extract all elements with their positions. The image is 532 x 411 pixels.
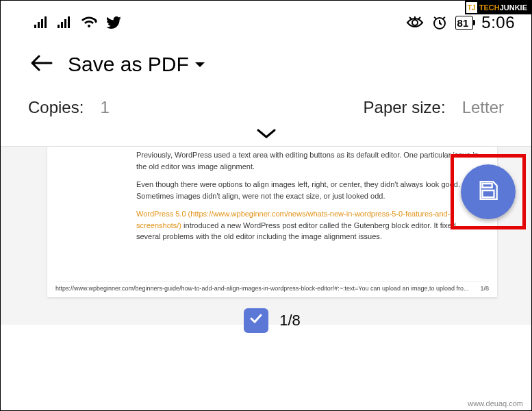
preview-text: WordPress 5.0 (https://www.wpbeginner.co… [136,208,482,242]
preview-footer-page: 1/8 [474,284,489,294]
watermark-junkie: JUNKIE [500,3,527,12]
page-preview[interactable]: Previously, WordPress used a text area w… [47,147,497,297]
page-counter: 1/8 [279,312,301,329]
clock-time: 5:06 [481,13,515,32]
battery-indicator: 81 [455,16,474,30]
save-icon [477,179,500,205]
signal-icon-2 [57,16,72,29]
eye-icon [406,16,424,29]
bottom-watermark: www.deuaq.com [468,399,523,408]
alarm-icon [432,15,447,30]
back-icon[interactable] [29,53,53,75]
preview-footer-url: https://www.wpbeginner.com/beginners-gui… [55,284,469,294]
watermark-tech: TECH [479,3,500,12]
preview-text: Even though there were options to align … [136,179,482,201]
preview-text: Previously, WordPress used a text area w… [136,149,482,172]
copies-value[interactable]: 1 [100,98,109,117]
twitter-icon [106,16,121,29]
save-pdf-fab[interactable] [461,164,516,219]
tj-logo-icon: TJ [466,2,477,13]
page-selected-checkbox[interactable] [244,308,268,333]
status-bar: 81 5:06 [1,1,531,36]
paper-size-value[interactable]: Letter [462,98,504,117]
check-icon [249,311,264,330]
expand-settings-toggle[interactable] [1,125,531,146]
status-left [34,16,121,29]
signal-icon-1 [34,16,49,29]
printer-title: Save as PDF [68,53,189,76]
techjunkie-badge: TJ TECHJUNKIE [465,1,531,14]
copies-label: Copies: [28,98,84,117]
print-settings-row: Copies: 1 Paper size: Letter [1,88,531,125]
wifi-icon [80,16,98,29]
paper-size-label: Paper size: [364,98,446,117]
preview-text: introduced a new WordPress post editor c… [136,221,456,241]
status-right: 81 5:06 [406,13,515,32]
preview-footer: https://www.wpbeginner.com/beginners-gui… [55,281,489,294]
chevron-down-icon [194,58,205,72]
fab-highlight-box [451,154,526,229]
page-indicator: 1/8 [47,297,497,344]
printer-dropdown[interactable]: Save as PDF [68,53,205,76]
app-bar: Save as PDF [1,36,531,88]
